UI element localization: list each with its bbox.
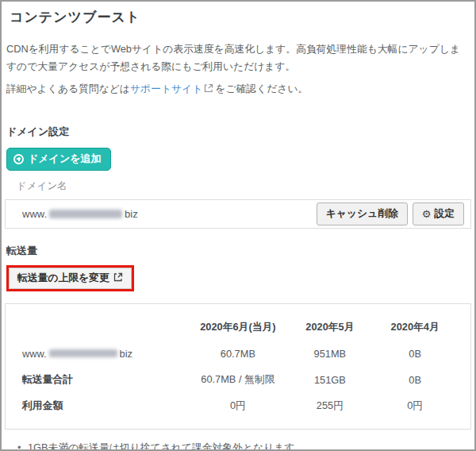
- table-cell: 60.7MB: [180, 341, 295, 367]
- table-header-row: 2020年6月(当月) 2020年5月 2020年4月: [6, 314, 466, 341]
- settings-label: 設定: [434, 207, 455, 221]
- domain-name: www.biz: [22, 208, 138, 220]
- domain-suffix: biz: [125, 208, 138, 220]
- content-boost-page: コンテンツブースト CDNを利用することでWebサイトの表示速度を高速化します。…: [0, 0, 476, 451]
- table-row-amount-label: 利用金額: [6, 393, 180, 419]
- transfer-table-card: 2020年6月(当月) 2020年5月 2020年4月 www.biz 60.7…: [5, 303, 471, 430]
- domain-settings-heading: ドメイン設定: [6, 125, 470, 139]
- external-link-icon: [113, 272, 123, 284]
- add-domain-button[interactable]: ドメインを追加: [6, 148, 111, 171]
- intro-line2-suffix: をご確認ください。: [215, 83, 308, 94]
- domain-prefix: www.: [22, 348, 47, 360]
- transfer-table: 2020年6月(当月) 2020年5月 2020年4月 www.biz 60.7…: [6, 314, 466, 419]
- table-row-domain-label: www.biz: [6, 341, 180, 367]
- footnotes: 1GB未満の転送量は切り捨てされて課金対象外となります。 ドメインを削除して再登…: [17, 439, 471, 451]
- intro-paragraph: CDNを利用することでWebサイトの表示速度を高速化します。高負荷処理性能も大幅…: [6, 40, 470, 75]
- settings-button[interactable]: ⚙設定: [413, 202, 464, 226]
- domain-name-column-label: ドメイン名: [17, 179, 471, 193]
- red-annotation-highlight: 転送量の上限を変更: [6, 265, 134, 291]
- table-header-month-current: 2020年6月(当月): [180, 314, 295, 341]
- domain-redaction-blur: [49, 349, 117, 357]
- transfer-heading: 転送量: [6, 244, 470, 258]
- table-cell: 0円: [180, 393, 295, 419]
- change-transfer-limit-label: 転送量の上限を変更: [17, 272, 109, 285]
- table-header-month-may: 2020年5月: [295, 314, 364, 341]
- domain-actions: キャッシュ削除 ⚙設定: [317, 202, 464, 226]
- table-row-total: 転送量合計 60.7MB / 無制限 151GB 0B: [6, 367, 466, 393]
- table-header-empty: [6, 314, 180, 341]
- table-header-month-april: 2020年4月: [364, 314, 466, 341]
- add-domain-label: ドメインを追加: [28, 152, 102, 166]
- intro-support-line: 詳細やよくある質問などはサポートサイトをご確認ください。: [6, 81, 470, 98]
- table-row-domain: www.biz 60.7MB 951MB 0B: [6, 341, 466, 367]
- table-cell: 0B: [364, 341, 466, 367]
- table-cell: 951MB: [295, 341, 364, 367]
- support-site-link[interactable]: サポートサイト: [130, 83, 202, 94]
- domain-redaction-blur: [49, 210, 122, 218]
- cache-delete-label: キャッシュ削除: [326, 207, 398, 221]
- gear-icon: ⚙: [422, 209, 432, 219]
- table-cell: 0B: [364, 367, 466, 393]
- table-cell: 60.7MB / 無制限: [180, 367, 295, 393]
- cache-delete-button[interactable]: キャッシュ削除: [317, 202, 408, 226]
- table-row-amount: 利用金額 0円 255円 0円: [6, 393, 466, 419]
- table-cell: 151GB: [295, 367, 364, 393]
- plus-circle-icon: [13, 154, 24, 164]
- table-row-total-label: 転送量合計: [6, 367, 180, 393]
- table-cell: 255円: [295, 393, 364, 419]
- page-title: コンテンツブースト: [10, 8, 466, 26]
- table-cell: 0円: [364, 393, 466, 419]
- change-transfer-limit-button[interactable]: 転送量の上限を変更: [9, 268, 132, 289]
- domain-prefix: www.: [22, 208, 47, 220]
- footnote-item: 1GB未満の転送量は切り捨てされて課金対象外となります。: [17, 439, 471, 451]
- external-link-icon: [204, 82, 213, 98]
- intro-line2-prefix: 詳細やよくある質問などは: [6, 83, 130, 94]
- domain-row: www.biz キャッシュ削除 ⚙設定: [5, 199, 471, 229]
- domain-suffix: biz: [120, 348, 132, 360]
